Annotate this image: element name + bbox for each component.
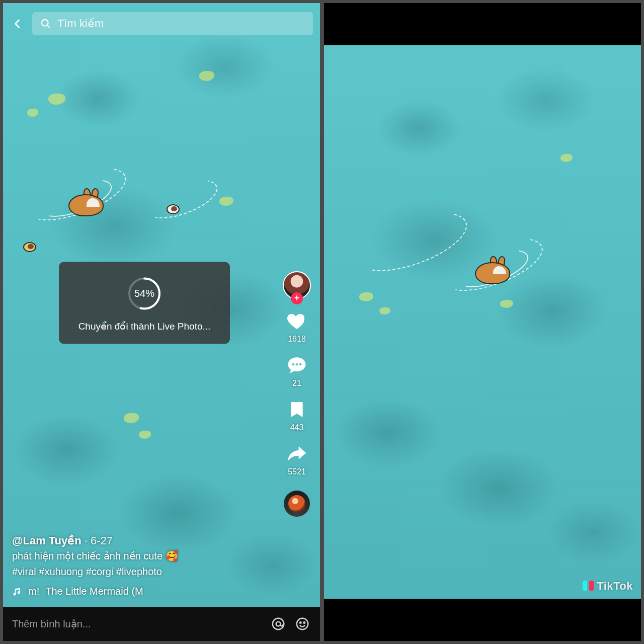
svg-point-6 bbox=[299, 363, 302, 366]
share-count: 5521 bbox=[288, 467, 306, 476]
comment-count: 21 bbox=[292, 379, 301, 388]
progress-percent: 54% bbox=[134, 288, 154, 299]
save-count: 443 bbox=[290, 423, 304, 432]
heart-icon bbox=[285, 309, 308, 333]
search-icon bbox=[40, 18, 51, 29]
mention-button[interactable] bbox=[270, 615, 287, 632]
svg-point-11 bbox=[304, 622, 305, 623]
post-meta: @Lam Tuyền · 6-27 phát hiện một chiếc ản… bbox=[12, 533, 265, 599]
at-icon bbox=[271, 616, 286, 631]
bookmark-icon bbox=[285, 398, 308, 421]
conversion-toast: 54% Chuyển đổi thành Live Photo... bbox=[59, 262, 230, 344]
author-avatar[interactable]: + bbox=[283, 271, 311, 299]
action-rail: + 1618 21 443 5521 bbox=[281, 271, 313, 517]
dog-illustration bbox=[167, 204, 180, 214]
corgi-illustration bbox=[68, 194, 104, 216]
share-button[interactable]: 5521 bbox=[285, 442, 308, 476]
svg-line-1 bbox=[47, 25, 50, 28]
like-button[interactable]: 1618 bbox=[285, 309, 308, 344]
post-caption: phát hiện một chiếc ảnh nền cute 🥰 bbox=[12, 549, 265, 564]
emoji-button[interactable] bbox=[294, 615, 311, 632]
comment-button[interactable]: 21 bbox=[285, 354, 308, 388]
sound-title: The Little Mermaid (M bbox=[45, 584, 143, 599]
svg-point-10 bbox=[300, 622, 301, 623]
svg-point-5 bbox=[296, 363, 298, 366]
comment-input[interactable]: Thêm bình luận... bbox=[12, 618, 263, 630]
author-username[interactable]: @Lam Tuyền bbox=[12, 534, 82, 547]
svg-point-4 bbox=[292, 363, 295, 366]
back-button[interactable] bbox=[10, 16, 25, 31]
tiktok-logo-icon bbox=[583, 581, 594, 592]
post-hashtags[interactable]: #viral #xuhuong #corgi #livephoto bbox=[12, 565, 265, 579]
like-count: 1618 bbox=[288, 335, 306, 344]
svg-point-7 bbox=[273, 618, 284, 630]
comment-bar: Thêm bình luận... bbox=[3, 607, 320, 641]
comment-placeholder: Thêm bình luận... bbox=[12, 618, 91, 629]
follow-button[interactable]: + bbox=[291, 292, 303, 304]
wallpaper-preview: TikTok bbox=[324, 3, 641, 641]
corgi-illustration bbox=[475, 262, 510, 284]
toast-label: Chuyển đổi thành Live Photo... bbox=[78, 320, 211, 332]
sound-cover bbox=[288, 495, 305, 512]
svg-point-9 bbox=[297, 618, 308, 630]
search-input[interactable]: Tìm kiếm bbox=[32, 12, 313, 35]
dog-illustration bbox=[23, 242, 36, 252]
tiktok-watermark: TikTok bbox=[583, 580, 633, 593]
music-note-icon bbox=[12, 587, 22, 597]
letterbox-bottom bbox=[324, 599, 641, 641]
tiktok-video-screen: Tìm kiếm 54% Chuyển đổi thành Live Photo… bbox=[3, 3, 320, 641]
svg-point-8 bbox=[276, 622, 281, 626]
letterbox-top bbox=[324, 3, 641, 45]
sound-disc[interactable] bbox=[284, 491, 310, 517]
save-button[interactable]: 443 bbox=[285, 398, 308, 432]
comment-icon bbox=[285, 354, 308, 377]
sound-link[interactable]: m! The Little Mermaid (M bbox=[12, 584, 265, 599]
wallpaper-image bbox=[324, 45, 641, 599]
progress-spinner: 54% bbox=[127, 276, 162, 311]
smile-icon bbox=[295, 616, 310, 631]
post-date: 6-27 bbox=[91, 534, 113, 547]
share-icon bbox=[285, 442, 308, 465]
search-placeholder: Tìm kiếm bbox=[57, 17, 104, 30]
